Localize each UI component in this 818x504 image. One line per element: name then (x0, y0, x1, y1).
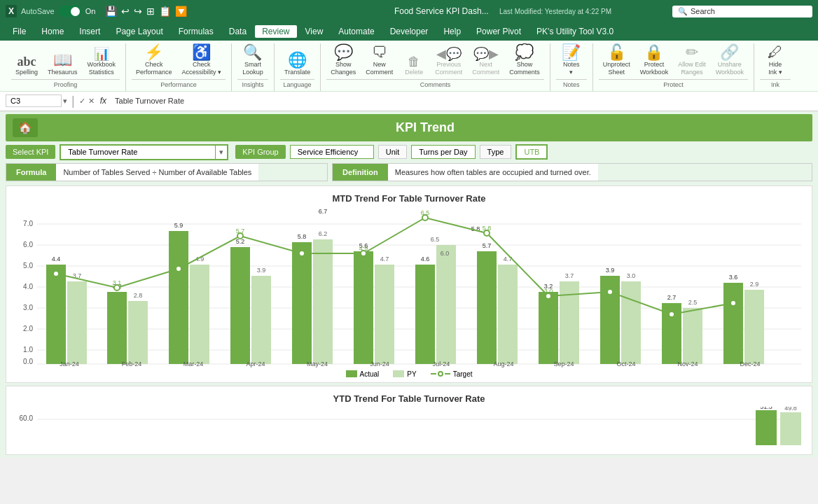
menu-developer[interactable]: Developer (383, 25, 436, 38)
cancel-icon[interactable]: ✕ (88, 97, 95, 106)
ribbon-buttons-proofing: abc Spelling 📖 Thesaurus 📊 WorkbookStati… (11, 43, 120, 78)
svg-text:5.8: 5.8 (483, 225, 492, 232)
translate-icon: 🌐 (288, 52, 307, 68)
bar-oct-py (621, 281, 641, 364)
bar-may-actual (292, 242, 312, 364)
svg-text:4.0: 4.0 (52, 265, 61, 272)
bar-apr-actual (230, 247, 250, 364)
new-comment-button[interactable]: 🗨 NewComment (361, 43, 397, 78)
home-button[interactable]: 🏠 (13, 118, 38, 137)
undo-icon[interactable]: ↩ (121, 6, 130, 17)
show-changes-button[interactable]: 💬 ShowChanges (326, 43, 360, 78)
clipboard-icon[interactable]: 📋 (159, 6, 171, 17)
svg-text:3.9: 3.9 (257, 267, 266, 274)
table-icon[interactable]: ⊞ (146, 6, 155, 17)
ribbon-buttons-protect: 🔓 UnprotectSheet 🔒 ProtectWorkbook ✏ All… (599, 43, 748, 78)
smart-lookup-label: SmartLookup (242, 61, 263, 76)
svg-text:2.2: 2.2 (667, 306, 677, 313)
allow-edit-button[interactable]: ✏ Allow EditRanges (674, 43, 710, 78)
formula-content[interactable]: Table Turnover Rate (112, 95, 812, 106)
svg-text:5.8: 5.8 (298, 233, 307, 240)
cell-ref-arrow[interactable]: ▾ (63, 97, 67, 106)
protect-label: ProtectWorkbook (640, 61, 668, 76)
menu-home[interactable]: Home (34, 25, 71, 38)
protect-workbook-button[interactable]: 🔒 ProtectWorkbook (636, 43, 672, 78)
spelling-button[interactable]: abc Spelling (11, 54, 42, 78)
thesaurus-label: Thesaurus (48, 69, 78, 76)
thesaurus-button[interactable]: 📖 Thesaurus (43, 51, 82, 78)
unshare-workbook-button[interactable]: 🔗 UnshareWorkbook (712, 43, 748, 78)
menu-insert[interactable]: Insert (72, 25, 107, 38)
menu-view[interactable]: View (298, 25, 331, 38)
spreadsheet-content: 🏠 KPI Trend Select KPI Table Turnover Ra… (0, 111, 818, 458)
svg-text:Aug-24: Aug-24 (493, 360, 513, 368)
translate-button[interactable]: 🌐 Translate (280, 51, 314, 78)
workbook-statistics-button[interactable]: 📊 WorkbookStatistics (83, 46, 120, 78)
legend-target-dash1 (431, 373, 436, 374)
hide-ink-button[interactable]: 🖊 HideInk ▾ (760, 43, 791, 78)
next-label: NextComment (472, 61, 499, 76)
title-bar-right: 🔍 Search (672, 6, 812, 18)
formula-def-row: Formula Number of Tables Served ÷ Number… (6, 163, 812, 181)
check-icon[interactable]: ✓ (79, 97, 85, 106)
svg-text:Mar-24: Mar-24 (183, 360, 204, 368)
accessibility-label: CheckAccessibility ▾ (181, 61, 221, 76)
menu-automate[interactable]: Automate (331, 25, 381, 38)
bar-jul-py (436, 245, 456, 364)
ribbon: abc Spelling 📖 Thesaurus 📊 WorkbookStati… (0, 41, 818, 92)
svg-text:3.0: 3.0 (23, 304, 33, 312)
smart-lookup-button[interactable]: 🔍 SmartLookup (237, 43, 268, 78)
kpi-selected-value: Table Turnover Rate (61, 146, 215, 159)
unprotect-label: UnprotectSheet (603, 61, 630, 76)
check-accessibility-button[interactable]: ♿ CheckAccessibility ▾ (177, 43, 226, 78)
menu-data[interactable]: Data (222, 25, 254, 38)
svg-text:Nov-24: Nov-24 (677, 360, 698, 368)
save-icon[interactable]: 💾 (105, 6, 117, 17)
svg-text:2.7: 2.7 (667, 294, 677, 301)
definition-box: Definition Measures how often tables are… (332, 163, 812, 181)
menu-formulas[interactable]: Formulas (172, 25, 221, 38)
menu-help[interactable]: Help (436, 25, 468, 38)
ribbon-group-protect: 🔓 UnprotectSheet 🔒 ProtectWorkbook ✏ All… (593, 43, 754, 91)
menu-review[interactable]: Review (255, 25, 296, 38)
svg-text:3.9: 3.9 (606, 267, 615, 274)
previous-comment-button[interactable]: ◀💬 PreviousComment (431, 46, 466, 78)
ribbon-buttons-performance: ⚡ CheckPerformance ♿ CheckAccessibility … (132, 43, 226, 78)
search-box[interactable]: 🔍 Search (672, 6, 812, 18)
ytd-chart-svg: 60.0 51.3 49.8 (13, 407, 805, 449)
ytd-chart-title: YTD Trend For Table Turnover Rate (13, 393, 805, 404)
formula-content-text: Number of Tables Served ÷ Number of Avai… (56, 164, 258, 181)
autosave-toggle[interactable] (59, 6, 81, 17)
redo-icon[interactable]: ↪ (134, 6, 142, 17)
menu-pk-utility[interactable]: PK's Utility Tool V3.0 (529, 25, 621, 38)
kpi-dropdown-container[interactable]: Table Turnover Rate ▾ (60, 144, 228, 160)
check-performance-button[interactable]: ⚡ CheckPerformance (132, 43, 176, 78)
kpi-dropdown-arrow[interactable]: ▾ (215, 146, 227, 159)
legend-target-line (431, 371, 450, 377)
svg-text:May-24: May-24 (307, 360, 328, 368)
notes-group-label: Notes (556, 79, 587, 88)
cell-reference[interactable]: C3 (6, 94, 62, 107)
delete-label: Delete (405, 69, 423, 76)
svg-text:Apr-24: Apr-24 (246, 360, 265, 368)
menu-file[interactable]: File (6, 25, 33, 38)
next-comment-button[interactable]: 💬▶ NextComment (468, 46, 504, 78)
unprotect-sheet-button[interactable]: 🔓 UnprotectSheet (599, 43, 635, 78)
menu-page-layout[interactable]: Page Layout (109, 25, 169, 38)
notes-button[interactable]: 📝 Notes▾ (556, 43, 587, 78)
unprotect-icon: 🔓 (607, 45, 626, 60)
file-name: Food Service KPI Dash... Last Modified: … (339, 6, 667, 16)
svg-text:6.2: 6.2 (319, 230, 328, 237)
show-comments-button[interactable]: 💭 ShowComments (505, 43, 544, 78)
unshare-icon: 🔗 (720, 45, 739, 60)
delete-comment-button[interactable]: 🗑 Delete (398, 54, 429, 78)
hide-ink-icon: 🖊 (768, 45, 783, 60)
formula-box: Formula Number of Tables Served ÷ Number… (6, 163, 328, 181)
svg-text:4.7: 4.7 (504, 255, 513, 262)
menu-power-pivot[interactable]: Power Pivot (469, 25, 528, 38)
ribbon-group-changes: 💬 ShowChanges 🗨 NewComment 🗑 Delete ◀💬 P… (321, 43, 550, 91)
legend-target-circle (438, 371, 443, 377)
filter-icon[interactable]: 🔽 (175, 6, 187, 17)
statistics-label: WorkbookStatistics (88, 61, 116, 76)
type-label: Type (480, 145, 512, 159)
